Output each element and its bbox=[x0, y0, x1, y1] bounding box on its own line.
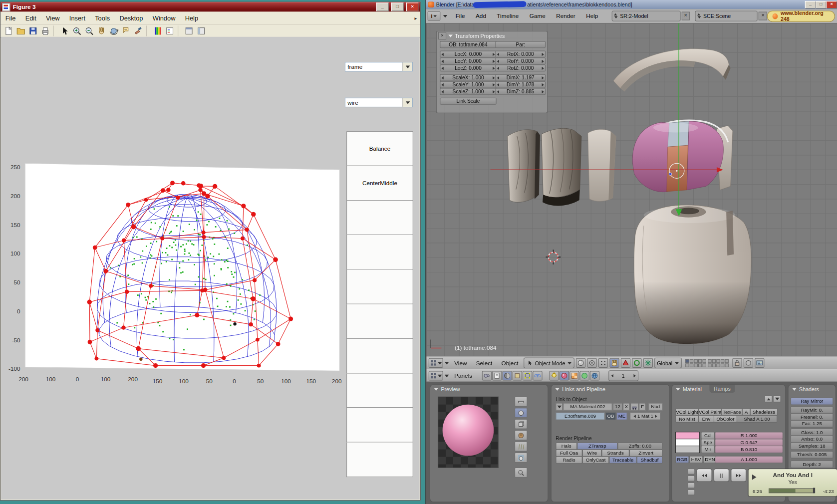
buttons-collapse-icon[interactable] bbox=[445, 374, 449, 377]
side-button-empty-5[interactable] bbox=[346, 304, 413, 339]
col-button[interactable]: Col bbox=[701, 432, 715, 439]
menu-item-window[interactable]: Window bbox=[148, 14, 180, 21]
swatch-col[interactable] bbox=[675, 432, 700, 439]
menu-overflow-icon[interactable]: ▸ bbox=[414, 15, 417, 20]
player-mini-button-0[interactable] bbox=[688, 469, 695, 475]
parent-field[interactable]: Par: bbox=[496, 41, 546, 48]
layer-toggle[interactable] bbox=[720, 363, 724, 367]
hsv-mode-button[interactable]: HSV bbox=[689, 456, 703, 463]
slider-b[interactable]: B 0.810 bbox=[715, 446, 783, 453]
blender-menu-render[interactable]: Render bbox=[551, 13, 580, 19]
ramps-tab[interactable]: Ramps bbox=[709, 385, 735, 393]
subcontext-lamp-icon[interactable] bbox=[549, 371, 558, 380]
menu-item-edit[interactable]: Edit bbox=[20, 14, 41, 21]
material-browse-icon[interactable] bbox=[556, 403, 562, 410]
viewport-shading-icon[interactable] bbox=[576, 358, 585, 368]
autoname-button[interactable] bbox=[630, 403, 638, 410]
header-collapse-icon[interactable] bbox=[443, 14, 448, 17]
shader-slider-gloss[interactable]: Gloss: 1.0 bbox=[791, 429, 834, 436]
rotate-3d-icon[interactable] bbox=[108, 25, 119, 36]
progress-bar[interactable] bbox=[769, 489, 815, 494]
side-button-centermiddle[interactable]: CenterMiddle bbox=[346, 166, 413, 200]
spe-button[interactable]: Spe bbox=[701, 439, 715, 446]
material-index-field[interactable]: 1 Mat 1 bbox=[630, 413, 661, 420]
rot-x-field[interactable]: RotX: 0.000 bbox=[496, 51, 546, 58]
mode-selector[interactable]: Object Mode bbox=[524, 358, 574, 368]
mir-button[interactable]: Mir bbox=[701, 446, 715, 453]
insert-colorbar-icon[interactable] bbox=[152, 25, 163, 36]
buttons-editor-icon[interactable] bbox=[429, 371, 443, 380]
preview-hair-button[interactable] bbox=[515, 441, 528, 451]
layer-toggle[interactable] bbox=[725, 363, 728, 367]
fake-user-button[interactable]: F bbox=[639, 403, 646, 410]
subcontext-world-icon[interactable] bbox=[589, 371, 599, 380]
layers-widget[interactable] bbox=[685, 359, 729, 367]
layer-toggle[interactable] bbox=[720, 359, 724, 362]
me-button[interactable]: ME bbox=[616, 413, 627, 420]
viewport-menu-object[interactable]: Object bbox=[498, 360, 522, 366]
rewind-button[interactable] bbox=[697, 469, 712, 482]
figure-palette-icon[interactable] bbox=[183, 25, 194, 36]
restore-button[interactable]: □ bbox=[391, 2, 404, 11]
matlab-titlebar[interactable]: Figure 3 _ □ × bbox=[0, 2, 420, 11]
zoffs-slider[interactable]: Zoffs: 0.00 bbox=[617, 443, 662, 450]
open-file-icon[interactable] bbox=[15, 25, 26, 36]
save-icon[interactable] bbox=[27, 25, 38, 36]
shader-slider-fresnel[interactable]: Fresnel: 0. bbox=[791, 413, 834, 421]
blender-menu-game[interactable]: Game bbox=[524, 13, 551, 19]
copy-material-icon[interactable] bbox=[765, 396, 773, 403]
menu-item-tools[interactable]: Tools bbox=[90, 14, 115, 21]
context-physics-icon[interactable] bbox=[533, 371, 542, 380]
shadeless-button[interactable]: Shadeless bbox=[750, 408, 778, 416]
blender-titlebar[interactable]: Blender [E:\data\ atients\reference\fram… bbox=[426, 0, 837, 9]
preview-sphere-sky-button[interactable] bbox=[515, 453, 528, 463]
wire-select-arrow-icon[interactable] bbox=[402, 98, 412, 107]
preview-flat-button[interactable] bbox=[515, 397, 528, 407]
viewport-menu-view[interactable]: View bbox=[451, 360, 471, 366]
preview-collapse-icon[interactable] bbox=[434, 388, 439, 390]
zoom-in-icon[interactable] bbox=[71, 25, 82, 36]
side-button-empty-8[interactable] bbox=[346, 408, 413, 443]
side-button-empty-4[interactable] bbox=[346, 269, 413, 304]
scale-z-field[interactable]: ScaleZ: 1.000 bbox=[440, 88, 496, 95]
pan-icon[interactable] bbox=[95, 25, 106, 36]
swatch-spe[interactable] bbox=[675, 439, 700, 446]
minimize-button[interactable]: _ bbox=[376, 2, 389, 11]
env-button[interactable]: Env bbox=[698, 415, 714, 423]
lock-icon[interactable] bbox=[732, 358, 742, 368]
loc-x-field[interactable]: LocX: 0.000 bbox=[440, 51, 496, 58]
shader-slider-aniso[interactable]: Aniso: 0.0 bbox=[791, 436, 834, 443]
ob-button[interactable]: OB bbox=[605, 413, 616, 420]
plot-browser-icon[interactable] bbox=[195, 25, 206, 36]
manipulator-translate-icon[interactable] bbox=[621, 358, 630, 368]
shaders-collapse-icon[interactable] bbox=[792, 388, 797, 390]
side-button-empty-2[interactable] bbox=[346, 201, 413, 235]
layer-toggle[interactable] bbox=[698, 359, 702, 362]
zoom-out-icon[interactable] bbox=[83, 25, 94, 36]
layer-toggle[interactable] bbox=[708, 363, 711, 367]
shader-slider-depth[interactable]: Depth: 2 bbox=[791, 461, 834, 468]
layer-toggle[interactable] bbox=[716, 363, 720, 367]
blender-menu-help[interactable]: Help bbox=[580, 13, 603, 19]
scale-x-field[interactable]: ScaleX: 1.000 bbox=[440, 74, 496, 81]
material-users-button[interactable]: 12 bbox=[613, 403, 622, 410]
context-editing-icon[interactable] bbox=[523, 371, 532, 380]
layer-toggle[interactable] bbox=[702, 363, 706, 367]
brush-icon[interactable] bbox=[132, 25, 143, 36]
radio-button[interactable]: Radio bbox=[556, 456, 582, 464]
ztransp-button[interactable]: ZTransp bbox=[577, 443, 617, 450]
menu-item-view[interactable]: View bbox=[41, 14, 64, 21]
rotation-pivot-icon[interactable] bbox=[587, 358, 596, 368]
screen-browse-icon[interactable] bbox=[614, 13, 618, 19]
wire-button[interactable]: Wire bbox=[582, 450, 602, 457]
panel-close-icon[interactable]: × bbox=[438, 32, 446, 39]
print-icon[interactable] bbox=[39, 25, 50, 36]
mesh-name-field[interactable]: E:totframe.809 bbox=[556, 413, 604, 420]
layer-toggle[interactable] bbox=[685, 359, 689, 362]
zinvert-button[interactable]: ZInvert bbox=[629, 450, 662, 457]
side-button-empty-3[interactable] bbox=[346, 235, 413, 269]
editor-type-icon[interactable] bbox=[429, 358, 443, 368]
preview-zoom-button[interactable] bbox=[515, 468, 528, 478]
layer-toggle[interactable] bbox=[694, 363, 697, 367]
data-cursor-icon[interactable] bbox=[120, 25, 131, 36]
